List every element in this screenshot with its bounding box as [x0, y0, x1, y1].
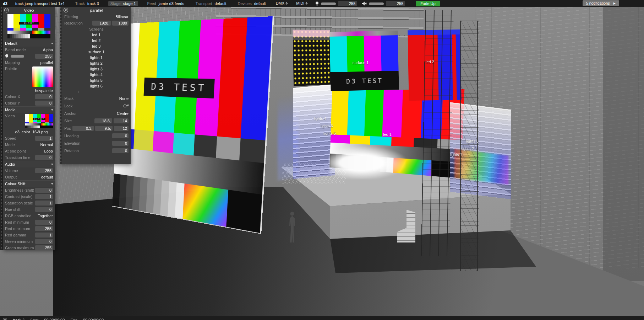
- row-value-field[interactable]: 1: [35, 194, 53, 199]
- bar: [331, 90, 349, 135]
- row-value-field[interactable]: 0: [35, 207, 53, 212]
- screen-list-item-led-1[interactable]: led 1: [62, 32, 131, 38]
- row-value[interactable]: default: [41, 175, 53, 179]
- row-value-field[interactable]: 0: [35, 101, 53, 106]
- track-timeline-bar[interactable]: × track 3 Start 00:00:00:00 End 00:00:00…: [0, 316, 644, 320]
- row-value[interactable]: None: [119, 96, 129, 101]
- bar: [20, 14, 26, 28]
- row-label: Hue shift: [5, 207, 35, 212]
- bar: [49, 114, 53, 122]
- brightness-slider[interactable]: [321, 2, 336, 5]
- close-icon[interactable]: ×: [64, 8, 68, 12]
- filtering-row[interactable]: Filtering Bilinear: [62, 14, 131, 20]
- menu-value: track 3: [87, 1, 99, 6]
- palette-name[interactable]: hsvpalette: [35, 89, 53, 93]
- filtering-value[interactable]: Bilinear: [115, 15, 129, 19]
- row-label: Red gamma: [5, 233, 35, 237]
- screen-list-item-lights-2[interactable]: lights 2: [62, 60, 131, 66]
- brightness-value-field[interactable]: 255: [338, 1, 357, 6]
- section-header-default[interactable]: Default▾: [3, 40, 55, 47]
- resolution-height-field[interactable]: 1080: [112, 21, 129, 26]
- screen-list-item-lights-4[interactable]: lights 4: [62, 72, 131, 78]
- d3-logo[interactable]: d3: [3, 1, 7, 6]
- row-value-field[interactable]: 1: [35, 233, 53, 238]
- menu-track[interactable]: Tracktrack 3: [73, 1, 101, 6]
- row-value-field[interactable]: 9.5,: [95, 126, 113, 131]
- row-value-field[interactable]: 1: [35, 201, 53, 206]
- mapping-editor-titlebar[interactable]: × parallel: [62, 7, 131, 14]
- section-header-colour-shift[interactable]: Colour Shift▾: [3, 180, 55, 187]
- screen-led-3-front[interactable]: D3 TEST: [112, 16, 274, 234]
- menu-transport[interactable]: Transportdefault: [193, 1, 229, 6]
- row-value[interactable]: Together: [38, 214, 53, 218]
- project-title[interactable]: track jump transport test 1x4: [15, 1, 65, 6]
- section-header-media[interactable]: Media▾: [3, 106, 55, 113]
- rainbow-patch: [182, 183, 228, 227]
- video-editor-titlebar[interactable]: × Video: [3, 7, 55, 14]
- add-screen-button[interactable]: +: [78, 89, 80, 95]
- menu-stage[interactable]: Stagestage 1: [108, 1, 138, 6]
- close-icon[interactable]: ×: [4, 8, 9, 12]
- row-value-field[interactable]: 0: [112, 133, 129, 138]
- row-label: RGB controlled: [5, 214, 38, 218]
- midi-menu[interactable]: MIDI: [295, 1, 309, 6]
- row-label: Mask: [64, 96, 119, 101]
- volume-slider[interactable]: [369, 2, 384, 5]
- notifications-chip[interactable]: 5 notifications ▶: [583, 0, 619, 6]
- row-value-field[interactable]: 18.8,: [94, 118, 112, 123]
- row-label: Lock: [64, 104, 124, 108]
- screen-surface-1[interactable]: D3 TEST: [329, 31, 399, 91]
- row-value-field[interactable]: 0: [35, 239, 53, 244]
- lights-rack-left[interactable]: [293, 84, 335, 179]
- row-value-field[interactable]: 0: [35, 220, 53, 225]
- row-value-field[interactable]: 255: [35, 226, 53, 231]
- row-value[interactable]: parallel: [40, 60, 53, 65]
- row-value-field[interactable]: 0: [35, 155, 53, 160]
- video-preview-thumbnail[interactable]: D3 TEST: [3, 14, 55, 40]
- fade-up-button[interactable]: Fade Up: [416, 1, 440, 6]
- media-thumbnail[interactable]: D3 TEST: [25, 114, 53, 128]
- close-icon[interactable]: ×: [3, 318, 7, 320]
- screen-list-item-led-2[interactable]: led 2: [62, 38, 131, 43]
- layer-brightness-field[interactable]: 255: [35, 54, 53, 59]
- remove-screen-button[interactable]: −: [113, 89, 115, 95]
- screen-list-item-lights-6[interactable]: lights 6: [62, 83, 131, 89]
- row-value[interactable]: Off: [124, 104, 129, 108]
- panel-drag-strip[interactable]: [0, 7, 3, 250]
- layer-brightness-slider[interactable]: [11, 55, 24, 58]
- screen-list-item-lights-1[interactable]: lights 1: [62, 55, 131, 60]
- section-title: Colour Shift: [5, 182, 25, 186]
- dmx-menu[interactable]: DMX: [275, 1, 289, 6]
- row-value-field[interactable]: 0: [112, 141, 129, 146]
- hsv-palette-image[interactable]: [32, 66, 53, 87]
- resolution-width-field[interactable]: 1920,: [92, 21, 111, 26]
- row-value-field[interactable]: 255: [35, 168, 53, 173]
- row-value-field[interactable]: -12: [114, 126, 129, 131]
- row-label: Colour X: [5, 95, 35, 99]
- row-value[interactable]: Centre: [117, 111, 129, 116]
- row-value-field[interactable]: 255: [35, 245, 53, 250]
- row-value[interactable]: Alpha: [43, 48, 53, 52]
- row-value[interactable]: Loop: [44, 149, 53, 153]
- row-label: Green minimum: [5, 239, 35, 244]
- screen-list-item-lights-3[interactable]: lights 3: [62, 66, 131, 72]
- media-filename[interactable]: d3_color_16-9.png: [3, 129, 55, 135]
- led-dot-matrix-panel[interactable]: [293, 30, 331, 86]
- row-value-field[interactable]: -0.3,: [72, 126, 94, 131]
- volume-value-field[interactable]: 255: [386, 1, 405, 6]
- row-value-field[interactable]: 0: [112, 148, 129, 153]
- row-value-field[interactable]: 0: [35, 94, 53, 99]
- row-value-field[interactable]: 0: [35, 188, 53, 193]
- test-text-band: D3 TEST: [33, 118, 45, 120]
- screen-list-item-led-3[interactable]: led 3: [62, 43, 131, 49]
- row-value[interactable]: Normal: [40, 143, 53, 147]
- row-label: Mapping: [5, 60, 40, 65]
- bar: [239, 138, 265, 163]
- row-value-field[interactable]: 14: [114, 118, 129, 123]
- row-value-field[interactable]: 1: [35, 136, 53, 141]
- screen-list-item-lights-5[interactable]: lights 5: [62, 78, 131, 83]
- menu-devices[interactable]: Devicesdefault: [236, 1, 268, 6]
- section-header-audio[interactable]: Audio▾: [3, 161, 55, 167]
- screen-list-item-surface-1[interactable]: surface 1: [62, 49, 131, 55]
- menu-feed[interactable]: Feedjamie-d3 feeds: [145, 1, 186, 6]
